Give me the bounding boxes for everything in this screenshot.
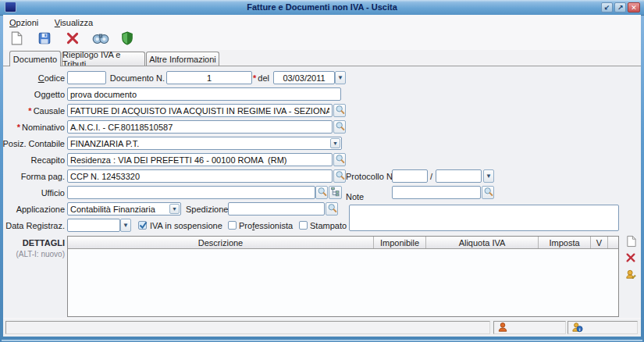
- tab-riepilogo-iva[interactable]: Riepilogo IVA e Tributi: [62, 52, 145, 66]
- search-icon: [327, 203, 337, 215]
- status-bar: i: [3, 319, 641, 337]
- column-aliquota-iva[interactable]: Aliquota IVA: [426, 237, 539, 248]
- nominativo-label: *Nominativo: [0, 123, 65, 133]
- column-imponibile[interactable]: Imponibile: [374, 237, 426, 248]
- restore-button[interactable]: ↙: [601, 2, 613, 12]
- search-icon: [335, 154, 345, 166]
- iva-sospensione-checkbox[interactable]: [138, 221, 147, 230]
- forma-pag-label: Forma pag.: [0, 172, 65, 182]
- protocollo-serie-input[interactable]: [436, 169, 482, 183]
- chevron-down-icon[interactable]: ▼: [169, 204, 180, 214]
- search-icon: [483, 187, 493, 198]
- chevron-down-icon: ▼: [486, 173, 492, 180]
- required-marker: *: [28, 106, 31, 116]
- new-document-button[interactable]: [8, 31, 25, 48]
- codice-input[interactable]: [67, 71, 106, 84]
- del-date-dropdown-button[interactable]: ▼: [335, 71, 346, 84]
- tree-icon: [330, 187, 340, 198]
- chevron-down-icon: ▼: [123, 222, 129, 229]
- row-delete-button[interactable]: [624, 252, 638, 266]
- status-cell-user: [493, 321, 566, 334]
- recapito-lookup-button[interactable]: [333, 153, 346, 166]
- protocollo-separator: /: [430, 172, 435, 182]
- row-new-button[interactable]: [624, 236, 638, 250]
- shield-icon: [121, 31, 133, 48]
- search-icon: [335, 170, 345, 182]
- restore-icon: ↙: [604, 4, 610, 12]
- user-icon: [497, 322, 508, 334]
- stampato-checkbox[interactable]: [299, 221, 308, 230]
- menu-opzioni[interactable]: Opzioni: [3, 16, 44, 27]
- note-label: Note: [346, 192, 377, 202]
- professionista-label: Professionista: [239, 221, 301, 231]
- del-label: *del: [253, 73, 273, 84]
- ufficio-lookup-button[interactable]: [315, 186, 328, 199]
- recapito-input[interactable]: [67, 153, 333, 166]
- column-descrizione[interactable]: Descrizione: [68, 237, 374, 248]
- documento-n-input[interactable]: [166, 71, 252, 84]
- causale-input[interactable]: [67, 104, 333, 117]
- oggetto-input[interactable]: [67, 87, 341, 101]
- column-imposta[interactable]: Imposta: [539, 237, 591, 248]
- applicazione-combo[interactable]: Contabilità Finanziaria ▼: [67, 202, 181, 216]
- recapito-label: Recapito: [0, 155, 65, 166]
- dettagli-table-body[interactable]: [68, 249, 618, 317]
- delete-row-icon: [625, 252, 636, 266]
- dettagli-table[interactable]: Descrizione Imponibile Aliquota IVA Impo…: [67, 236, 619, 317]
- oggetto-label: Oggetto: [0, 90, 65, 100]
- ufficio-input[interactable]: [67, 186, 315, 199]
- spedizione-input[interactable]: [228, 202, 325, 216]
- delete-button[interactable]: [64, 31, 81, 48]
- protocollo-numero-input[interactable]: [392, 169, 428, 183]
- user-info-icon: i: [571, 322, 583, 334]
- spedizione-lookup-button[interactable]: [326, 202, 338, 216]
- column-v[interactable]: V: [591, 237, 608, 248]
- forma-pag-lookup-button[interactable]: [333, 169, 346, 183]
- dettagli-table-header: Descrizione Imponibile Aliquota IVA Impo…: [68, 237, 618, 249]
- new-document-icon: [9, 31, 23, 48]
- save-icon: [37, 31, 52, 48]
- close-button[interactable]: ✕: [628, 2, 640, 12]
- menu-visualizza[interactable]: Visualizza: [48, 16, 99, 27]
- search-button[interactable]: [91, 31, 111, 48]
- close-icon: ✕: [631, 4, 637, 12]
- tab-documento[interactable]: Documento: [9, 51, 61, 66]
- protocollo-dropdown-button[interactable]: ▼: [483, 169, 494, 183]
- forma-pag-input[interactable]: [67, 169, 333, 183]
- maximize-icon: ↗: [617, 4, 624, 12]
- causale-label: *Causale: [0, 106, 65, 116]
- note-lookup-button[interactable]: [482, 186, 494, 199]
- data-registraz-input[interactable]: [67, 219, 120, 232]
- title-bar[interactable]: Fatture e Documenti non IVA - Uscita ↙ ↗…: [0, 0, 644, 16]
- chevron-down-icon[interactable]: ▼: [330, 138, 340, 148]
- row-edit-user-button[interactable]: [624, 269, 638, 283]
- maximize-button[interactable]: ↗: [614, 2, 626, 12]
- binoculars-icon: [91, 31, 110, 48]
- status-cell-user-info: i: [568, 321, 638, 334]
- nominativo-lookup-button[interactable]: [333, 120, 346, 134]
- ufficio-label: Ufficio: [0, 188, 65, 198]
- posiz-contabile-combo[interactable]: FINANZIARIA P.T. ▼: [67, 137, 342, 150]
- professionista-checkbox[interactable]: [228, 221, 237, 230]
- search-icon: [335, 121, 345, 133]
- tab-altre-informazioni[interactable]: Altre Informazioni: [146, 52, 219, 66]
- note-lookup-input[interactable]: [392, 186, 481, 199]
- chevron-down-icon: ▼: [337, 74, 343, 81]
- data-registraz-dropdown-button[interactable]: ▼: [120, 219, 131, 232]
- status-cell-main: [5, 321, 490, 334]
- delete-icon: [66, 31, 80, 48]
- del-date-input[interactable]: [273, 71, 335, 84]
- ufficio-tree-button[interactable]: [329, 186, 342, 199]
- column-extra[interactable]: [608, 237, 618, 248]
- data-registraz-label: Data Registraz.: [0, 221, 65, 231]
- applicazione-label: Applicazione: [0, 205, 65, 215]
- documento-n-label: Documento N.: [106, 73, 165, 84]
- dettagli-hint: (ALT-I: nuovo): [0, 249, 65, 259]
- tab-strip: Documento Riepilogo IVA e Tributi Altre …: [3, 50, 641, 66]
- menu-bar: Opzioni Visualizza: [3, 15, 641, 28]
- note-textarea[interactable]: [349, 205, 619, 231]
- save-button[interactable]: [36, 31, 53, 48]
- causale-lookup-button[interactable]: [333, 104, 346, 117]
- nominativo-input[interactable]: [67, 120, 333, 134]
- security-button[interactable]: [119, 31, 136, 48]
